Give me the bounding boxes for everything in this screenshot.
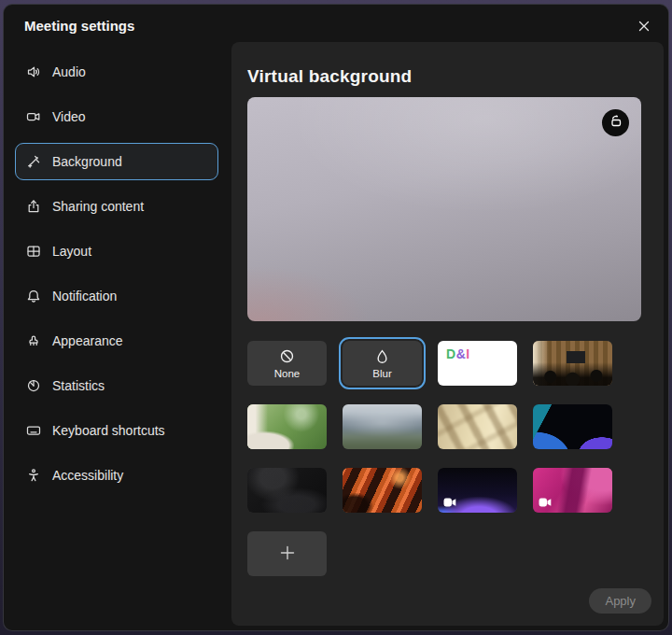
sidebar-item-audio[interactable]: Audio <box>15 53 218 91</box>
pie-chart-icon <box>25 377 42 394</box>
background-thumbnail-porch-garden[interactable] <box>247 404 327 449</box>
close-button[interactable] <box>633 16 655 38</box>
sidebar-item-label: Keyboard shortcuts <box>52 423 165 438</box>
keyboard-icon <box>25 422 42 439</box>
brush-icon <box>25 332 42 349</box>
sidebar-item-background[interactable]: Background <box>15 143 218 180</box>
background-option-none[interactable]: None <box>247 341 327 386</box>
background-thumbnail-purple-gradient-video[interactable] <box>438 468 517 513</box>
magic-wand-icon <box>25 153 42 170</box>
sidebar-item-layout[interactable]: Layout <box>15 233 218 270</box>
blue-abstract-image <box>533 404 612 449</box>
window-light-image <box>438 404 517 449</box>
sidebar-item-label: Statistics <box>52 378 105 393</box>
background-thumbnail-lava-texture[interactable] <box>343 468 422 513</box>
settings-sidebar: Audio Video Background Sharing content L <box>15 53 218 501</box>
sidebar-item-notification[interactable]: Notification <box>15 277 218 315</box>
dark-swirl-image <box>247 468 327 513</box>
background-thumbnail-grid: None Blur D&I <box>247 341 640 513</box>
sidebar-item-label: Audio <box>52 64 86 79</box>
flip-camera-icon <box>608 113 624 133</box>
sidebar-item-label: Appearance <box>52 333 123 348</box>
background-thumbnail-window-light[interactable] <box>438 404 517 449</box>
bell-icon <box>25 288 42 304</box>
sidebar-item-accessibility[interactable]: Accessibility <box>15 457 218 494</box>
layout-grid-icon <box>25 243 42 260</box>
prohibition-icon <box>279 348 295 366</box>
blurred-mountains-image <box>343 404 422 449</box>
video-camera-badge-icon <box>539 498 552 507</box>
speaker-icon <box>25 64 42 80</box>
dni-logo-text: D&I <box>446 346 470 361</box>
sidebar-item-label: Notification <box>52 289 117 303</box>
background-thumbnail-dark-swirl[interactable] <box>247 468 327 513</box>
close-icon <box>637 19 651 36</box>
sidebar-item-statistics[interactable]: Statistics <box>15 367 218 404</box>
sidebar-item-label: Video <box>52 109 86 124</box>
virtual-background-panel: Virtual background None Blur <box>231 42 664 626</box>
accessibility-icon <box>25 467 42 484</box>
video-camera-badge-icon <box>443 498 456 507</box>
option-label: None <box>274 368 301 379</box>
sidebar-item-label: Layout <box>52 244 91 259</box>
sidebar-item-label: Accessibility <box>52 468 123 483</box>
background-thumbnail-blue-abstract[interactable] <box>533 404 612 449</box>
plus-icon <box>277 543 298 566</box>
background-thumbnail-pink-waves-video[interactable] <box>533 468 612 513</box>
background-thumbnail-blurred-mountains[interactable] <box>343 404 422 449</box>
porch-garden-image <box>247 404 327 449</box>
background-option-blur[interactable]: Blur <box>343 341 422 386</box>
video-camera-icon <box>25 108 42 125</box>
share-icon <box>25 198 42 215</box>
sidebar-item-appearance[interactable]: Appearance <box>15 322 218 360</box>
background-thumbnail-dni-logo[interactable]: D&I <box>438 341 517 386</box>
lava-texture-image <box>343 468 422 513</box>
background-thumbnail-office-interior[interactable] <box>533 341 612 386</box>
apply-button[interactable]: Apply <box>589 588 651 614</box>
flip-camera-button[interactable] <box>602 109 629 136</box>
camera-preview <box>247 97 641 321</box>
panel-heading: Virtual background <box>247 66 640 87</box>
sidebar-item-video[interactable]: Video <box>15 98 218 135</box>
meeting-settings-dialog: Meeting settings Audio Video Background <box>3 4 669 631</box>
water-drop-icon <box>374 348 390 366</box>
dialog-title: Meeting settings <box>24 18 134 34</box>
sidebar-item-label: Background <box>52 154 122 169</box>
sidebar-item-keyboard-shortcuts[interactable]: Keyboard shortcuts <box>15 412 218 449</box>
office-interior-image <box>533 341 612 386</box>
sidebar-item-label: Sharing content <box>52 199 144 214</box>
add-background-button[interactable] <box>247 531 327 576</box>
sidebar-item-sharing-content[interactable]: Sharing content <box>15 188 218 225</box>
option-label: Blur <box>372 368 391 379</box>
